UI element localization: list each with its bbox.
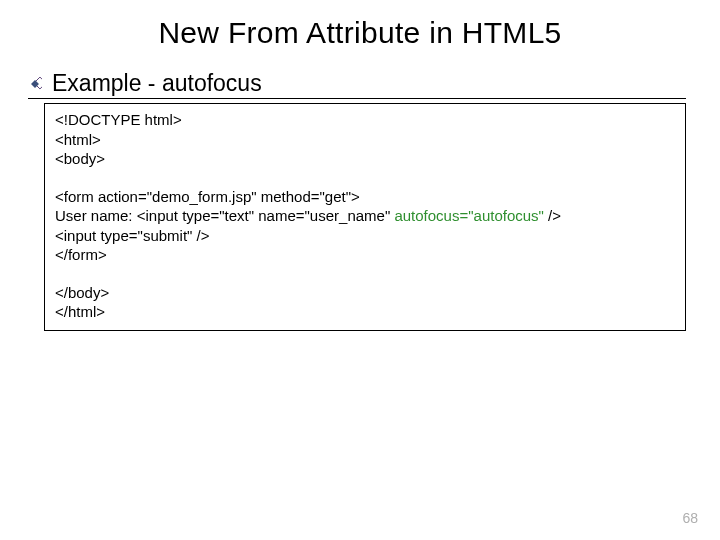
code-line: </html> bbox=[55, 302, 675, 322]
code-line: <!DOCTYPE html> bbox=[55, 110, 675, 130]
diamond-bullet-icon bbox=[28, 77, 42, 91]
highlighted-attribute: autofocus="autofocus" bbox=[394, 207, 544, 224]
page-number: 68 bbox=[682, 510, 698, 526]
slide-subtitle: Example - autofocus bbox=[52, 70, 262, 97]
code-block: <!DOCTYPE html> <html> <body> <form acti… bbox=[55, 110, 675, 322]
code-line: </form> bbox=[55, 245, 675, 265]
code-box: <!DOCTYPE html> <html> <body> <form acti… bbox=[44, 103, 686, 331]
code-line: </body> bbox=[55, 283, 675, 303]
code-line: <form action="demo_form.jsp" method="get… bbox=[55, 187, 675, 207]
subtitle-row: Example - autofocus bbox=[28, 70, 686, 99]
slide-title: New From Attribute in HTML5 bbox=[0, 16, 720, 50]
code-line: User name: <input type="text" name="user… bbox=[55, 206, 675, 226]
code-line: <html> bbox=[55, 130, 675, 150]
code-line: <body> bbox=[55, 149, 675, 169]
code-line: <input type="submit" /> bbox=[55, 226, 675, 246]
